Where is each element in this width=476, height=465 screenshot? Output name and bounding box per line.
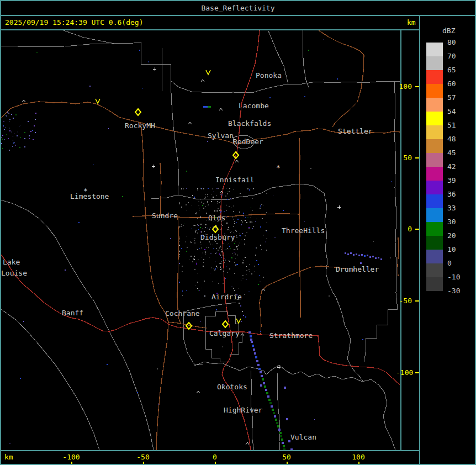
colorbar-value-label: 20	[447, 231, 469, 240]
city-label-airdrie: Airdrie	[211, 293, 242, 301]
city-label-calgary: Calgary	[209, 329, 240, 337]
colorbar-value-label: 80	[447, 38, 469, 46]
bottom-axis-unit-label: km	[4, 453, 13, 461]
colorbar-block	[426, 236, 443, 250]
colorbar-block	[426, 181, 443, 194]
colorbar-block	[426, 43, 443, 56]
colorbar-value-label: 48	[447, 135, 469, 143]
echo-dot	[122, 196, 123, 197]
right-axis-tick-label: 100	[396, 82, 412, 91]
city-label-drumheller: Drumheller	[336, 265, 379, 273]
bottom-axis-tick-label: 0	[198, 453, 231, 461]
vee-marker-icon	[236, 319, 241, 323]
city-label-limestone: Limestone	[70, 192, 109, 200]
echo-dot	[234, 290, 235, 291]
colorbar-value-label: 45	[447, 149, 469, 157]
colorbar-value-label: -30	[447, 287, 469, 295]
right-axis-tick-label: -100	[396, 368, 412, 377]
radar-map-canvas[interactable]: ** PonokaLacombeBlackfaldsSylvanRedDeerS…	[1, 30, 400, 450]
city-label-lake: Lake	[3, 258, 20, 266]
scan-timestamp: 2025/09/19 15:24:39 UTC 0.6(deg)	[5, 18, 143, 27]
colorbar-value-label: 42	[447, 162, 469, 171]
colorbar-block	[426, 222, 443, 236]
caret-marker-icon	[197, 391, 200, 393]
center-ground-clutter	[179, 188, 267, 297]
title-bar: Base_Reflectivity	[1, 1, 475, 15]
colorbar-value-label: 39	[447, 176, 469, 184]
city-label-vulcan: Vulcan	[290, 433, 316, 441]
city-label-highriver: HighRiver	[224, 406, 263, 414]
plus-marker-icon	[153, 67, 156, 71]
echo-dot	[243, 315, 244, 316]
colorbar-block	[426, 208, 443, 222]
right-distance-axis: 100500-50-100	[396, 30, 419, 450]
colorbar-block	[426, 139, 443, 153]
bottom-axis-tick-label: 100	[342, 453, 375, 461]
city-label-rockymh: RockyMH	[125, 121, 155, 130]
bottom-axis-tick-label: 50	[270, 453, 303, 461]
echo-dash	[208, 106, 211, 108]
colorbar-value-label: 54	[447, 107, 469, 115]
city-label-reddeer: RedDeer	[233, 138, 263, 146]
echo-dot	[242, 311, 243, 312]
right-axis-unit-label: km	[407, 18, 416, 27]
bottom-axis-tick	[71, 462, 72, 464]
bottom-axis-tick	[287, 462, 288, 464]
diamond-marker-icon	[223, 321, 228, 327]
city-label-didsbury: Didsbury	[200, 233, 235, 241]
colorbar-panel: dBZ 807065605754514845423936333020100-10…	[420, 16, 475, 464]
colorbar-value-label: 30	[447, 218, 469, 226]
colorbar-value-label: 70	[447, 52, 469, 60]
bottom-distance-axis: km -100-50050100	[1, 451, 419, 464]
colorbar-value-label: 33	[447, 204, 469, 212]
colorbar-value-label: 0	[447, 259, 469, 267]
colorbar-block	[426, 112, 443, 125]
colorbar-block	[426, 277, 443, 291]
radar-viewer-window: Base_Reflectivity 2025/09/19 15:24:39 UT…	[0, 0, 476, 465]
echo-dot	[139, 50, 140, 51]
right-axis-tick	[415, 300, 419, 302]
plus-marker-icon	[152, 165, 155, 168]
echo-dot	[283, 210, 284, 211]
colorbar-value-label: 57	[447, 93, 469, 102]
bottom-axis-tick-label: -100	[55, 453, 88, 461]
caret-marker-icon	[219, 108, 223, 110]
bottom-axis-tick	[358, 462, 359, 464]
colorbar-block	[426, 153, 443, 167]
city-label-layer: PonokaLacombeBlackfaldsSylvanRedDeerStet…	[1, 71, 379, 441]
window-title: Base_Reflectivity	[1, 4, 475, 12]
colorbar-value-label: 10	[447, 245, 469, 253]
west-mountain-clutter	[1, 112, 36, 151]
colorbar-value-label: 60	[447, 80, 469, 88]
caret-marker-icon	[235, 160, 239, 162]
right-axis-tick	[415, 229, 419, 230]
city-label-olds: Olds	[208, 214, 225, 222]
city-label-lacombe: Lacombe	[239, 102, 269, 110]
echo-dot	[337, 78, 338, 80]
city-label-louise: Louise	[1, 269, 27, 277]
right-axis-tick	[415, 157, 419, 158]
city-label-strathmore: Strathmore	[269, 331, 313, 340]
colorbar-block	[426, 125, 443, 139]
bottom-axis-tick	[143, 462, 144, 464]
colorbar-block	[426, 263, 443, 277]
city-label-stettler: Stettler	[338, 127, 373, 135]
asterisk-marker-icon: *	[276, 163, 281, 172]
city-label-threehills: ThreeHills	[282, 226, 325, 235]
right-axis-tick-label: 0	[396, 225, 412, 233]
right-axis-tick	[415, 86, 419, 87]
diamond-marker-icon	[135, 109, 141, 115]
caret-marker-icon	[188, 122, 192, 124]
right-axis-tick-label: -50	[396, 297, 412, 305]
bottom-axis-tick	[215, 462, 216, 464]
colorbar-block	[426, 84, 443, 98]
echo-dot	[233, 288, 234, 289]
right-axis-tick	[415, 372, 419, 373]
colorbar-value-label: 51	[447, 121, 469, 129]
caret-marker-icon	[241, 334, 244, 336]
site-marker-layer: **	[22, 67, 341, 445]
caret-marker-icon	[262, 289, 265, 291]
vee-marker-icon	[206, 70, 210, 75]
colorbar-title: dBZ	[442, 27, 455, 35]
vee-marker-icon	[96, 99, 100, 103]
